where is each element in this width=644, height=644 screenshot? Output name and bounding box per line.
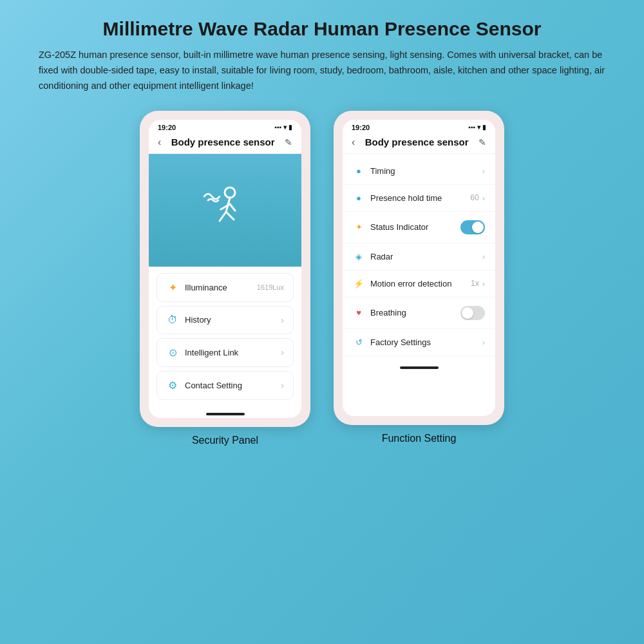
left-phone-card: 19:20 ▪▪▪ ▾ ▮ ‹ Body presence sensor ✎ (140, 111, 310, 427)
header-section: Millimetre Wave Radar Human Presence Sen… (0, 0, 644, 104)
right-phone-card: 19:20 ▪▪▪ ▾ ▮ ‹ Body presence sensor ✎ (334, 111, 504, 425)
factory-settings-item[interactable]: ↺ Factory Settings › (343, 329, 495, 356)
left-phone-label: Security Panel (192, 435, 258, 446)
history-chevron-icon: › (281, 315, 284, 325)
page-description: ZG-205Z human presence sensor, built-in … (39, 48, 605, 94)
motion-error-item[interactable]: ⚡ Motion error detection 1x › (343, 270, 495, 298)
illuminance-value: 1619Lux (257, 283, 284, 291)
radar-item-left: ◈ Radar (353, 252, 393, 261)
status-indicator-toggle[interactable] (460, 220, 485, 234)
right-phone-label: Function Setting (382, 433, 457, 444)
factory-settings-icon: ↺ (353, 337, 365, 347)
presence-hold-chevron-icon: › (482, 193, 485, 203)
illuminance-label: Illuminance (185, 283, 227, 292)
illuminance-icon: ✦ (166, 281, 179, 294)
motion-error-label: Motion error detection (370, 279, 451, 289)
contact-setting-item-left: ⚙ Contact Setting (166, 379, 242, 392)
timing-item[interactable]: ● Timing › (343, 158, 495, 185)
battery-icon: ▮ (289, 124, 292, 131)
right-phone-nav: ‹ Body presence sensor ✎ (343, 134, 495, 154)
radar-item[interactable]: ◈ Radar › (343, 243, 495, 270)
breathing-item-left: ♥ Breathing (353, 308, 406, 317)
intelligent-link-icon: ⊙ (166, 346, 179, 359)
motion-error-right: 1x › (471, 279, 485, 289)
right-status-icons: ▪▪▪ ▾ ▮ (468, 124, 486, 131)
right-back-button[interactable]: ‹ (352, 137, 355, 148)
svg-line-4 (221, 204, 230, 209)
left-edit-button[interactable]: ✎ (285, 137, 292, 147)
signal-icon: ▪▪▪ (274, 124, 281, 131)
presence-hold-value: 60 (470, 193, 478, 202)
presence-hold-time-item[interactable]: ● Presence hold time 60 › (343, 185, 495, 212)
timing-item-right: › (482, 166, 485, 176)
presence-hold-label: Presence hold time (370, 193, 442, 203)
factory-settings-right: › (482, 337, 485, 347)
left-status-icons: ▪▪▪ ▾ ▮ (274, 124, 292, 131)
breathing-item[interactable]: ♥ Breathing (343, 298, 495, 329)
svg-line-2 (220, 212, 226, 221)
right-phone-screen: 19:20 ▪▪▪ ▾ ▮ ‹ Body presence sensor ✎ (343, 120, 495, 416)
settings-list: ● Timing › ● Presence hold time (343, 154, 495, 360)
radar-chevron-icon: › (482, 252, 485, 261)
radar-icon: ◈ (353, 252, 365, 261)
toggle-knob (472, 222, 484, 233)
illuminance-item[interactable]: ✦ Illuminance 1619Lux (156, 273, 294, 302)
left-phone-nav: ‹ Body presence sensor ✎ (149, 134, 301, 154)
breathing-icon: ♥ (353, 308, 365, 317)
left-phone-bottom (149, 406, 301, 418)
left-bottom-bar (206, 413, 245, 415)
radar-item-right: › (482, 252, 485, 261)
presence-hold-time-right: 60 › (470, 193, 485, 203)
left-phone-screen: 19:20 ▪▪▪ ▾ ▮ ‹ Body presence sensor ✎ (149, 120, 301, 418)
motion-error-value: 1x (471, 279, 479, 288)
illuminance-item-left: ✦ Illuminance (166, 281, 227, 294)
menu-list: ✦ Illuminance 1619Lux ⏱ History › (149, 267, 301, 406)
status-indicator-icon: ✦ (353, 222, 365, 232)
timing-item-left: ● Timing (353, 166, 395, 176)
right-nav-title: Body presence sensor (365, 137, 469, 147)
history-icon: ⏱ (166, 314, 179, 326)
motion-error-icon: ⚡ (353, 279, 365, 289)
right-wifi-icon: ▾ (477, 124, 480, 131)
intelligent-link-item-left: ⊙ Intelligent Link (166, 346, 238, 359)
right-bottom-bar (400, 366, 439, 369)
presence-hold-icon: ● (353, 193, 365, 203)
status-indicator-left: ✦ Status Indicator (353, 222, 428, 232)
svg-line-5 (230, 204, 235, 211)
intelligent-link-item[interactable]: ⊙ Intelligent Link › (156, 338, 294, 367)
right-phone-bottom (343, 360, 495, 372)
right-status-bar: 19:20 ▪▪▪ ▾ ▮ (343, 120, 495, 134)
sensor-figure-icon (196, 181, 254, 239)
timing-label: Timing (370, 166, 395, 176)
timing-chevron-icon: › (482, 166, 485, 176)
history-item[interactable]: ⏱ History › (156, 306, 294, 334)
breathing-toggle[interactable] (460, 306, 485, 320)
breathing-toggle-knob (462, 307, 473, 319)
motion-error-left: ⚡ Motion error detection (353, 279, 451, 289)
right-battery-icon: ▮ (482, 124, 486, 131)
svg-point-0 (225, 187, 235, 198)
factory-settings-chevron-icon: › (482, 337, 485, 347)
wifi-icon: ▾ (283, 124, 287, 131)
left-back-button[interactable]: ‹ (158, 137, 161, 148)
motion-error-chevron-icon: › (482, 279, 485, 289)
factory-settings-label: Factory Settings (370, 337, 431, 347)
right-edit-button[interactable]: ✎ (478, 137, 486, 147)
status-indicator-item[interactable]: ✦ Status Indicator (343, 212, 495, 243)
presence-hold-time-left: ● Presence hold time (353, 193, 442, 203)
left-nav-title: Body presence sensor (171, 137, 275, 147)
right-signal-icon: ▪▪▪ (468, 124, 475, 131)
contact-setting-icon: ⚙ (166, 379, 179, 392)
phones-container: 19:20 ▪▪▪ ▾ ▮ ‹ Body presence sensor ✎ (114, 111, 530, 446)
history-item-left: ⏱ History (166, 314, 211, 326)
left-status-bar: 19:20 ▪▪▪ ▾ ▮ (149, 120, 301, 134)
timing-icon: ● (353, 166, 365, 176)
breathing-label: Breathing (370, 308, 406, 317)
right-phone-wrapper: 19:20 ▪▪▪ ▾ ▮ ‹ Body presence sensor ✎ (334, 111, 504, 446)
breathing-item-right (460, 306, 485, 320)
intelligent-link-chevron-icon: › (281, 347, 284, 357)
contact-setting-item[interactable]: ⚙ Contact Setting › (156, 371, 294, 400)
contact-setting-label: Contact Setting (185, 381, 242, 390)
right-status-time: 19:20 (352, 124, 370, 131)
sensor-hero (149, 154, 301, 267)
